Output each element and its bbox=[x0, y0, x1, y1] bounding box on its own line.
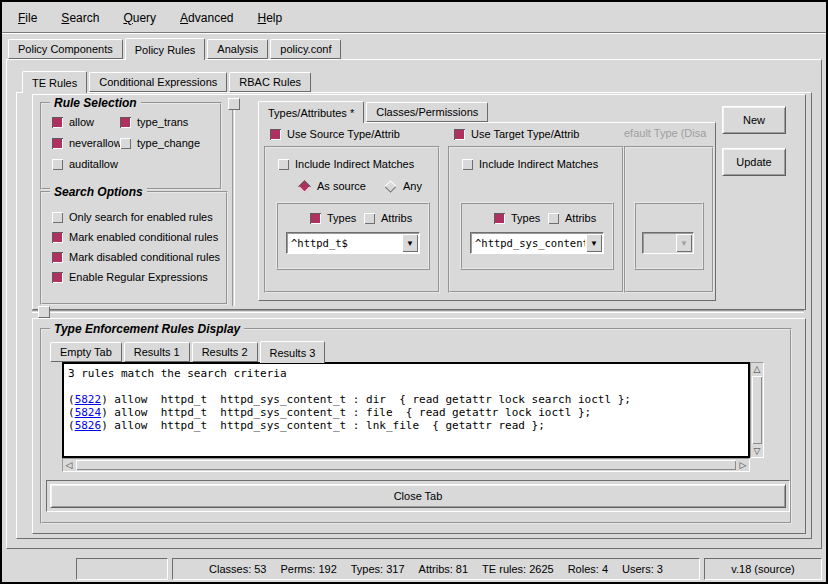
checkbox-indicator-icon bbox=[270, 129, 281, 140]
radio-indicator-icon bbox=[384, 180, 397, 193]
status-roles: Roles: 4 bbox=[568, 563, 608, 575]
scroll-down-icon[interactable]: ▽ bbox=[751, 445, 763, 457]
tab-te-rules[interactable]: TE Rules bbox=[22, 71, 87, 93]
menu-advanced[interactable]: Advanced bbox=[176, 9, 237, 27]
status-classes: Classes: 53 bbox=[209, 563, 266, 575]
default-type-frame: ▼ bbox=[624, 146, 714, 293]
tab-analysis[interactable]: Analysis bbox=[207, 39, 268, 59]
checkbox-target-types[interactable]: Types bbox=[494, 212, 540, 224]
rule-link-5822[interactable]: 5822 bbox=[75, 393, 102, 406]
tab-policy-components[interactable]: Policy Components bbox=[8, 39, 123, 59]
search-options-title: Search Options bbox=[50, 185, 147, 199]
target-type-combobox[interactable]: ^httpd_sys_content_t$ ▼ bbox=[470, 232, 604, 254]
tab-types-attributes[interactable]: Types/Attributes * bbox=[258, 101, 364, 123]
checkbox-target-attribs[interactable]: Attribs bbox=[548, 212, 596, 224]
checkbox-mark-enabled-conditional[interactable]: Mark enabled conditional rules bbox=[52, 231, 218, 243]
results-text-area[interactable]: 3 rules match the search criteria (5822)… bbox=[62, 362, 750, 458]
results-vertical-scrollbar[interactable]: △ ▽ bbox=[750, 362, 764, 458]
checkbox-source-indirect[interactable]: Include Indirect Matches bbox=[278, 158, 414, 170]
close-tab-frame: Close Tab bbox=[46, 480, 790, 512]
vertical-sash-handle[interactable] bbox=[228, 98, 240, 110]
default-type-inner-frame: ▼ bbox=[634, 202, 704, 270]
menu-search[interactable]: Search bbox=[57, 9, 103, 27]
scroll-up-icon[interactable]: △ bbox=[751, 363, 763, 375]
tab-empty-tab[interactable]: Empty Tab bbox=[50, 342, 122, 362]
checkbox-enable-regex[interactable]: Enable Regular Expressions bbox=[52, 271, 208, 283]
status-types: Types: 317 bbox=[351, 563, 405, 575]
checkbox-indicator-icon bbox=[364, 213, 375, 224]
tab-conditional-expressions[interactable]: Conditional Expressions bbox=[89, 72, 227, 92]
checkbox-neverallow[interactable]: neverallow bbox=[52, 137, 122, 149]
checkbox-indicator-icon bbox=[120, 117, 131, 128]
checkbox-indicator-icon bbox=[462, 159, 473, 170]
checkbox-source-attribs[interactable]: Attribs bbox=[364, 212, 412, 224]
tab-policy-conf[interactable]: policy.conf bbox=[270, 39, 341, 59]
tab-results-3[interactable]: Results 3 bbox=[260, 341, 326, 363]
update-button[interactable]: Update bbox=[722, 148, 786, 176]
menu-query[interactable]: Query bbox=[119, 9, 160, 27]
source-type-combobox[interactable]: ^httpd_t$ ▼ bbox=[286, 232, 420, 254]
checkbox-indicator-icon bbox=[52, 252, 63, 263]
status-attribs: Attribs: 81 bbox=[419, 563, 469, 575]
source-type-frame: Include Indirect Matches As source Any T… bbox=[264, 146, 440, 293]
checkbox-type-change[interactable]: type_change bbox=[120, 137, 200, 149]
dropdown-arrow-icon[interactable]: ▼ bbox=[586, 234, 602, 252]
horizontal-sash-handle[interactable] bbox=[38, 306, 50, 318]
rule-selection-title: Rule Selection bbox=[50, 96, 141, 110]
checkbox-indicator-icon bbox=[120, 138, 131, 149]
tab-rbac-rules[interactable]: RBAC Rules bbox=[229, 72, 311, 92]
checkbox-only-enabled-rules[interactable]: Only search for enabled rules bbox=[52, 211, 213, 223]
main-tab-bar: Policy Components Policy Rules Analysis … bbox=[8, 38, 343, 59]
results-horizontal-scrollbar[interactable]: ◁ ▷ bbox=[62, 458, 750, 472]
source-types-frame: Types Attribs ^httpd_t$ ▼ bbox=[276, 202, 430, 270]
scroll-right-icon[interactable]: ▷ bbox=[737, 459, 749, 471]
checkbox-use-source-type[interactable]: Use Source Type/Attrib bbox=[270, 128, 400, 140]
tab-policy-rules[interactable]: Policy Rules bbox=[125, 38, 206, 60]
checkbox-indicator-icon bbox=[52, 212, 63, 223]
status-te-rules: TE rules: 2625 bbox=[482, 563, 554, 575]
target-types-frame: Types Attribs ^httpd_sys_content_t$ ▼ bbox=[460, 202, 614, 270]
close-tab-button[interactable]: Close Tab bbox=[50, 484, 786, 508]
tab-results-2[interactable]: Results 2 bbox=[192, 342, 258, 362]
status-left-box bbox=[76, 558, 168, 580]
rule-selection-group: Rule Selection allow type_trans neverall… bbox=[40, 102, 222, 190]
vertical-sash[interactable] bbox=[232, 98, 235, 306]
horizontal-sash[interactable] bbox=[32, 310, 804, 313]
checkbox-indicator-icon bbox=[454, 129, 465, 140]
types-tab-bar: Types/Attributes * Classes/Permissions bbox=[258, 101, 490, 122]
results-blank-line bbox=[68, 380, 744, 393]
tab-classes-permissions[interactable]: Classes/Permissions bbox=[366, 102, 488, 122]
checkbox-type-trans[interactable]: type_trans bbox=[120, 116, 188, 128]
rule-link-5824[interactable]: 5824 bbox=[75, 406, 102, 419]
tab-results-1[interactable]: Results 1 bbox=[124, 342, 190, 362]
scroll-left-icon[interactable]: ◁ bbox=[63, 459, 75, 471]
checkbox-indicator-icon bbox=[278, 159, 289, 170]
checkbox-indicator-icon bbox=[494, 213, 505, 224]
radio-as-source[interactable]: As source bbox=[298, 180, 366, 192]
menu-file[interactable]: File bbox=[14, 9, 41, 27]
rule-link-5826[interactable]: 5826 bbox=[75, 419, 102, 432]
target-type-frame: Include Indirect Matches Types Attribs ^… bbox=[448, 146, 624, 293]
vertical-scroll-thumb[interactable] bbox=[752, 376, 762, 444]
radio-any[interactable]: Any bbox=[384, 180, 422, 192]
new-button[interactable]: New bbox=[722, 106, 786, 134]
dropdown-arrow-icon: ▼ bbox=[676, 234, 692, 252]
checkbox-source-types[interactable]: Types bbox=[310, 212, 356, 224]
checkbox-use-target-type[interactable]: Use Target Type/Attrib bbox=[454, 128, 579, 140]
status-users: Users: 3 bbox=[622, 563, 663, 575]
te-tab-bar: TE Rules Conditional Expressions RBAC Ru… bbox=[22, 71, 313, 92]
menu-help[interactable]: Help bbox=[253, 9, 286, 27]
dropdown-arrow-icon[interactable]: ▼ bbox=[402, 234, 418, 252]
checkbox-indicator-icon bbox=[52, 159, 63, 170]
checkbox-auditallow[interactable]: auditallow bbox=[52, 158, 118, 170]
checkbox-allow[interactable]: allow bbox=[52, 116, 94, 128]
horizontal-scroll-thumb[interactable] bbox=[76, 460, 736, 470]
status-perms: Perms: 192 bbox=[281, 563, 337, 575]
status-version-box: v.18 (source) bbox=[704, 558, 822, 580]
default-type-combobox: ▼ bbox=[642, 232, 694, 254]
checkbox-mark-disabled-conditional[interactable]: Mark disabled conditional rules bbox=[52, 251, 220, 263]
policy-version: v.18 (source) bbox=[731, 563, 794, 575]
rule-row: (5824) allow httpd_t httpd_sys_content_t… bbox=[68, 406, 744, 419]
te-display-title: Type Enforcement Rules Display bbox=[50, 322, 244, 336]
checkbox-target-indirect[interactable]: Include Indirect Matches bbox=[462, 158, 598, 170]
